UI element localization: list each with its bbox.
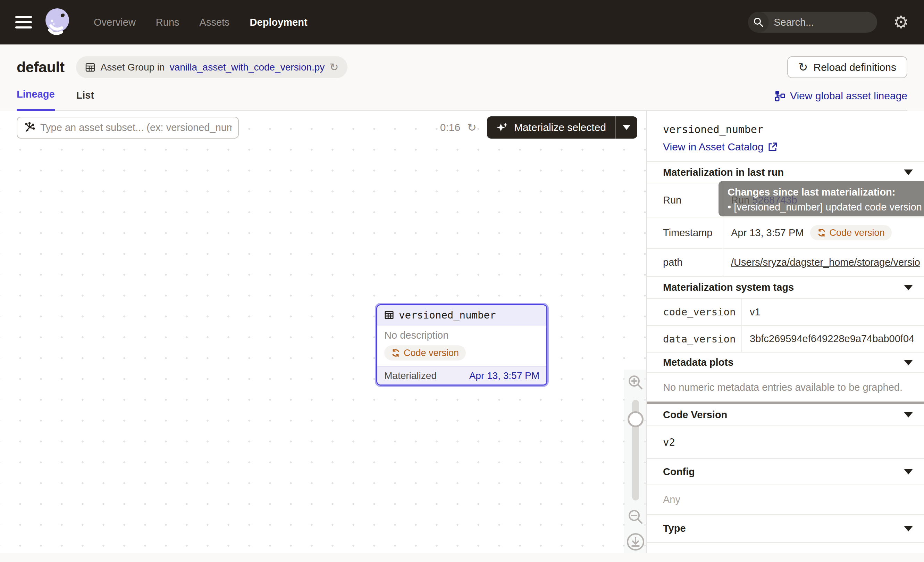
section-type[interactable]: Type (647, 515, 924, 543)
asset-node-header: versioned_number (377, 305, 546, 326)
zoom-out-icon[interactable] (627, 508, 644, 526)
config-value: Any (647, 485, 924, 515)
asset-details-panel: versioned_number View in Asset Catalog M… (646, 111, 924, 553)
code-version-changed-icon (817, 228, 826, 237)
download-image-icon[interactable] (626, 532, 645, 551)
table-row-data-version: data_version 3bfc269594ef649228e9a74bab0… (647, 326, 924, 353)
changes-tooltip: Changes since last materialization: • [v… (718, 181, 924, 216)
dagster-app: Overview Runs Assets Deployment / ⚙ defa… (0, 0, 924, 562)
materialized-status-label: Materialized (384, 370, 436, 382)
nav-link-assets[interactable]: Assets (200, 17, 230, 28)
nav-link-overview[interactable]: Overview (94, 17, 136, 28)
metadata-empty-message: No numeric metadata entries available to… (647, 373, 924, 401)
chevron-down-icon (904, 285, 913, 290)
timestamp-value: Apr 13, 3:57 PM (731, 227, 804, 239)
asset-subset-filter[interactable] (16, 117, 239, 138)
system-tags-table: code_version v1 data_version 3bfc269594e… (647, 299, 924, 353)
nav-link-runs[interactable]: Runs (156, 17, 180, 28)
reload-icon: ↻ (798, 62, 808, 73)
timestamp-label: Timestamp (647, 218, 723, 248)
breadcrumb-prefix: Asset Group in (100, 62, 165, 73)
chevron-down-icon (904, 469, 913, 475)
materialize-options-dropdown[interactable] (615, 116, 637, 138)
zoom-slider-knob[interactable] (628, 411, 644, 427)
top-nav-bar: Overview Runs Assets Deployment / ⚙ (0, 0, 924, 45)
section-config[interactable]: Config (647, 459, 924, 485)
tooltip-title: Changes since last materialization: (728, 186, 924, 198)
chevron-down-icon (904, 526, 913, 532)
table-row-code-version: code_version v1 (647, 299, 924, 326)
materialized-timestamp[interactable]: Apr 13, 3:57 PM (469, 370, 539, 382)
external-link-icon (768, 142, 777, 152)
path-value-link[interactable]: /Users/sryza/dagster_home/storage/versio (731, 257, 920, 268)
panel-resize-divider[interactable] (647, 401, 924, 404)
section-materialization-last-run[interactable]: Materialization in last run (647, 162, 924, 183)
dagster-logo-icon[interactable] (44, 8, 71, 37)
global-search[interactable]: / (748, 12, 877, 33)
view-in-asset-catalog-link[interactable]: View in Asset Catalog (663, 141, 777, 153)
materialize-selected-button[interactable]: Materialize selected (487, 116, 615, 138)
code-version-tag-value: v1 (742, 299, 924, 325)
table-grid-icon (85, 62, 96, 72)
sparkle-icon (496, 121, 508, 134)
table-grid-icon (384, 310, 394, 320)
chevron-down-icon (904, 170, 913, 175)
section-system-tags[interactable]: Materialization system tags (647, 277, 924, 299)
page-title: default (16, 59, 64, 76)
path-label: path (647, 249, 723, 276)
table-row-path: path /Users/sryza/dagster_home/storage/v… (647, 249, 924, 277)
code-version-badge[interactable]: Code version (384, 345, 466, 361)
asset-subset-input[interactable] (40, 122, 232, 134)
code-version-tag-label: code_version (647, 299, 742, 325)
asset-node-description: No description (384, 330, 539, 341)
breadcrumb-refresh-icon[interactable]: ↻ (329, 62, 338, 72)
asset-group-breadcrumb[interactable]: Asset Group in vanilla_asset_with_code_v… (76, 56, 348, 78)
primary-nav-links: Overview Runs Assets Deployment (94, 17, 308, 28)
run-label: Run (647, 183, 723, 217)
asset-node-versioned-number[interactable]: versioned_number No description Code ver… (375, 303, 549, 387)
section-code-version[interactable]: Code Version (647, 404, 924, 426)
code-version-changed-icon (391, 349, 400, 358)
graph-toolbar: 0:16 ↻ Materialize selected (16, 116, 637, 138)
settings-gear-icon[interactable]: ⚙ (893, 14, 909, 31)
reload-definitions-button[interactable]: ↻ Reload definitions (787, 56, 908, 78)
nav-link-deployment[interactable]: Deployment (250, 17, 308, 28)
refresh-timer: 0:16 (440, 122, 460, 134)
data-version-tag-value: 3bfc269594ef649228e9a74bab00f04 (742, 326, 924, 352)
nav-right-cluster: / ⚙ (748, 12, 909, 33)
page-header: default Asset Group in vanilla_asset_wit… (0, 45, 924, 111)
panel-asset-title: versioned_number (663, 123, 924, 135)
search-icon (748, 12, 769, 33)
code-version-value: v2 (647, 426, 924, 459)
chevron-down-icon (904, 360, 913, 365)
chevron-down-icon (904, 412, 913, 418)
lineage-graph-canvas[interactable]: 0:16 ↻ Materialize selected (0, 111, 646, 553)
graph-refresh-icon[interactable]: ↻ (467, 121, 477, 134)
hamburger-menu-icon[interactable] (15, 16, 32, 29)
asset-node-title: versioned_number (399, 309, 496, 321)
tab-lineage[interactable]: Lineage (16, 89, 55, 111)
section-metadata-plots[interactable]: Metadata plots (647, 353, 924, 373)
tab-list[interactable]: List (76, 90, 94, 110)
op-selector-icon (24, 122, 35, 134)
breadcrumb-file-link[interactable]: vanilla_asset_with_code_version.py (170, 62, 325, 73)
code-version-badge[interactable]: Code version (810, 225, 892, 240)
table-row-timestamp: Timestamp Apr 13, 3:57 PM Code version (647, 218, 924, 249)
chevron-down-icon (623, 125, 630, 130)
data-version-tag-label: data_version (647, 326, 742, 352)
asset-node-footer: Materialized Apr 13, 3:57 PM (377, 366, 546, 385)
tooltip-change-item: • [versioned_number] updated code versio… (728, 201, 924, 213)
view-global-asset-lineage-link[interactable]: View global asset lineage (775, 90, 908, 110)
lineage-graph-icon (775, 90, 785, 101)
search-input[interactable] (769, 17, 877, 28)
zoom-in-icon[interactable] (627, 374, 644, 391)
